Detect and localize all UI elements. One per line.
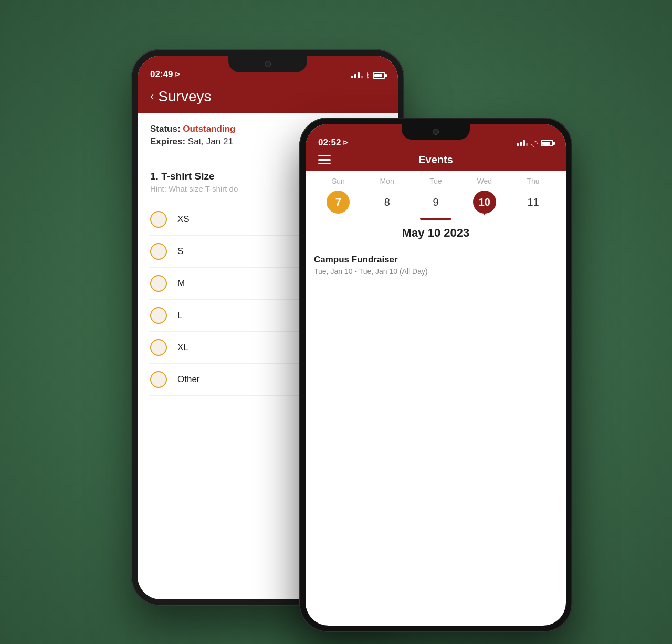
date-8[interactable]: 8 <box>375 191 398 214</box>
camera <box>433 129 439 135</box>
radio-circle[interactable] <box>150 371 167 388</box>
date-11[interactable]: 11 <box>522 191 545 214</box>
nav-bar-events[interactable]: Events <box>306 152 566 171</box>
status-icons: ⌇ <box>351 71 385 80</box>
radio-circle[interactable] <box>150 275 167 292</box>
back-arrow-icon[interactable]: ‹ <box>150 90 154 103</box>
selected-date-label: May 10 2023 <box>314 226 558 240</box>
status-time: 02:49 ⊳ <box>150 69 181 80</box>
location-icon: ⊳ <box>175 70 181 78</box>
battery-icon-front <box>541 140 553 146</box>
notch-front <box>402 124 470 140</box>
radio-circle[interactable] <box>150 307 167 324</box>
date-9[interactable]: 9 <box>424 191 447 214</box>
camera <box>265 61 271 67</box>
battery-icon <box>373 72 385 79</box>
signal-icon <box>351 72 363 78</box>
wifi-icon: ⌇ <box>366 71 370 80</box>
option-label-xl: XL <box>177 342 188 353</box>
events-screen: 02:52 ⊳ ◟◝ <box>306 124 566 626</box>
location-icon-front: ⊳ <box>343 139 349 146</box>
date-10[interactable]: 10 <box>473 191 496 214</box>
nav-bar-surveys[interactable]: ‹ Surveys <box>138 84 398 113</box>
day-wed: Wed <box>473 177 496 185</box>
option-label-other: Other <box>177 374 200 385</box>
date-divider <box>420 218 452 220</box>
calendar-days-header: Sun Mon Tue Wed Thu <box>314 177 558 185</box>
event-title-0: Campus Fundraiser <box>314 255 558 265</box>
day-sun: Sun <box>327 177 350 185</box>
events-list: Campus Fundraiser Tue, Jan 10 - Tue, Jan… <box>306 246 566 284</box>
notch <box>228 56 307 72</box>
radio-circle[interactable] <box>150 211 167 228</box>
radio-circle[interactable] <box>150 339 167 356</box>
calendar-dates-row: 7 8 9 10 11 <box>314 191 558 214</box>
signal-icon-front <box>517 140 528 146</box>
phone-events: 02:52 ⊳ ◟◝ <box>299 118 572 632</box>
option-label-xs: XS <box>177 214 190 225</box>
date-7[interactable]: 7 <box>327 191 350 214</box>
calendar-section: Sun Mon Tue Wed Thu 7 8 9 10 11 May 10 2… <box>306 171 566 246</box>
option-label-l: L <box>177 310 182 321</box>
day-thu: Thu <box>522 177 545 185</box>
event-date-0: Tue, Jan 10 - Tue, Jan 10 (All Day) <box>314 267 558 276</box>
radio-circle[interactable] <box>150 243 167 260</box>
status-icons-front: ◟◝ <box>517 139 553 148</box>
surveys-nav-title: Surveys <box>158 88 211 105</box>
events-nav-title: Events <box>418 154 453 166</box>
option-label-s: S <box>177 246 183 257</box>
day-tue: Tue <box>424 177 447 185</box>
expires-value: Sat, Jan 21 <box>188 136 233 146</box>
event-item-0[interactable]: Campus Fundraiser Tue, Jan 10 - Tue, Jan… <box>314 246 558 284</box>
status-value: Outstanding <box>183 124 235 134</box>
status-time-front: 02:52 ⊳ <box>318 138 349 148</box>
day-mon: Mon <box>375 177 398 185</box>
wifi-icon-front: ◟◝ <box>531 139 538 148</box>
option-label-m: M <box>177 278 185 289</box>
hamburger-menu-icon[interactable] <box>318 155 331 165</box>
